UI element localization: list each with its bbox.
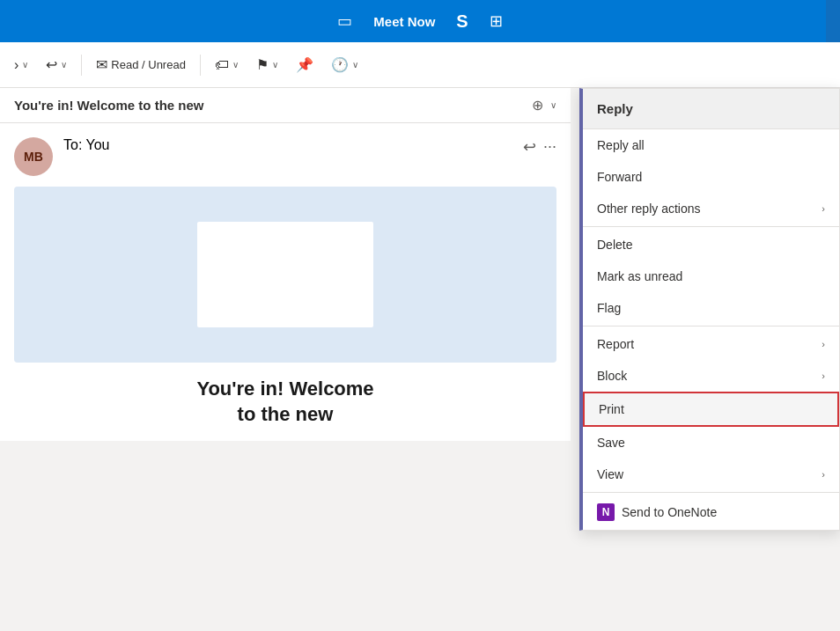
read-unread-button[interactable]: ✉ Read / Unread bbox=[89, 53, 193, 77]
to-label: To: You bbox=[63, 137, 110, 152]
view-chevron-icon: › bbox=[822, 469, 825, 480]
meet-now-button[interactable]: Meet Now bbox=[373, 14, 435, 29]
report-label: Report bbox=[597, 337, 634, 351]
forward-label: Forward bbox=[597, 170, 642, 184]
divider-1 bbox=[583, 226, 839, 227]
reply-label: Reply bbox=[597, 101, 633, 116]
apps-icon[interactable]: ⊞ bbox=[490, 11, 503, 31]
toolbar: › ∨ ↩ ∨ ✉ Read / Unread 🏷 ∨ ⚑ ∨ 📌 🕐 ∨ bbox=[0, 42, 840, 88]
view-label: View bbox=[597, 467, 623, 481]
menu-item-view[interactable]: View › bbox=[583, 459, 839, 490]
other-reply-label: Other reply actions bbox=[597, 202, 701, 216]
separator-1 bbox=[81, 55, 82, 76]
tag-button[interactable]: 🏷 ∨ bbox=[208, 54, 246, 77]
flag-chevron-icon: ∨ bbox=[272, 60, 278, 70]
back-icon: › bbox=[14, 57, 18, 73]
menu-item-block[interactable]: Block › bbox=[583, 360, 839, 392]
email-image-placeholder bbox=[197, 222, 373, 327]
menu-item-reply-all[interactable]: Reply all bbox=[583, 129, 839, 161]
pin-icon: 📌 bbox=[296, 56, 313, 73]
onenote-item-content: N Send to OneNote bbox=[597, 503, 717, 521]
back-chevron-icon: ∨ bbox=[22, 60, 28, 70]
headline-line2: to the new bbox=[14, 402, 556, 428]
more-action-button[interactable]: ··· bbox=[543, 137, 556, 157]
dropdown-menu: Reply Reply all Forward Other reply acti… bbox=[579, 88, 840, 531]
email-meta: MB To: You ↩ ··· bbox=[14, 137, 556, 176]
save-label: Save bbox=[597, 436, 625, 450]
video-icon: ▭ bbox=[337, 11, 352, 31]
reply-action-button[interactable]: ↩ bbox=[523, 137, 536, 157]
zoom-button[interactable]: ⊕ bbox=[532, 97, 543, 114]
email-content-area bbox=[14, 187, 556, 363]
other-reply-chevron-icon: › bbox=[822, 203, 825, 214]
onenote-icon: N bbox=[597, 503, 615, 521]
main-layout: You're in! Welcome to the new ⊕ ∨ MB To:… bbox=[0, 88, 840, 631]
block-chevron-icon: › bbox=[822, 371, 825, 381]
tag-icon: 🏷 bbox=[215, 57, 229, 73]
meet-now-label: Meet Now bbox=[373, 14, 435, 29]
nav-back-button[interactable]: › ∨ bbox=[7, 54, 35, 77]
clock-chevron-icon: ∨ bbox=[352, 60, 358, 70]
flag-icon: ⚑ bbox=[256, 56, 269, 73]
menu-item-forward[interactable]: Forward bbox=[583, 161, 839, 193]
expand-chevron-icon[interactable]: ∨ bbox=[550, 100, 556, 110]
reply-all-label: Reply all bbox=[597, 138, 645, 152]
send-onenote-label: Send to OneNote bbox=[622, 505, 717, 519]
email-pane: You're in! Welcome to the new ⊕ ∨ MB To:… bbox=[0, 88, 571, 631]
print-label: Print bbox=[599, 402, 624, 416]
clock-button[interactable]: 🕐 ∨ bbox=[324, 53, 365, 77]
read-unread-label: Read / Unread bbox=[111, 58, 186, 71]
email-body: MB To: You ↩ ··· You're in! Welcome to t… bbox=[0, 123, 571, 441]
divider-2 bbox=[583, 326, 839, 327]
menu-item-print[interactable]: Print bbox=[583, 392, 839, 427]
headline-line1: You're in! Welcome bbox=[14, 377, 556, 402]
flag-label: Flag bbox=[597, 301, 621, 315]
right-panel: Reply Reply all Forward Other reply acti… bbox=[571, 88, 840, 631]
skype-icon[interactable]: S bbox=[456, 11, 468, 32]
reply-icon: ↩ bbox=[46, 56, 57, 73]
menu-item-mark-unread[interactable]: Mark as unread bbox=[583, 260, 839, 292]
mark-unread-label: Mark as unread bbox=[597, 269, 682, 283]
block-label: Block bbox=[597, 369, 627, 383]
avatar-initials: MB bbox=[24, 150, 43, 164]
email-subject: You're in! Welcome to the new bbox=[14, 98, 204, 113]
envelope-icon: ✉ bbox=[96, 56, 107, 73]
email-to: To: You bbox=[63, 137, 110, 153]
top-bar: ▭ Meet Now S ⊞ bbox=[0, 0, 840, 42]
menu-item-delete[interactable]: Delete bbox=[583, 229, 839, 260]
divider-3 bbox=[583, 492, 839, 493]
delete-label: Delete bbox=[597, 238, 632, 252]
email-pane-header: You're in! Welcome to the new ⊕ ∨ bbox=[0, 88, 571, 123]
email-actions: ↩ ··· bbox=[523, 137, 556, 157]
flag-button[interactable]: ⚑ ∨ bbox=[249, 53, 285, 77]
menu-item-save[interactable]: Save bbox=[583, 427, 839, 459]
separator-2 bbox=[200, 55, 201, 76]
report-chevron-icon: › bbox=[822, 339, 825, 349]
email-headline: You're in! Welcome to the new bbox=[14, 377, 556, 427]
reply-button[interactable]: ↩ ∨ bbox=[39, 53, 74, 77]
menu-item-reply[interactable]: Reply bbox=[583, 89, 839, 129]
menu-item-flag[interactable]: Flag bbox=[583, 292, 839, 324]
tag-chevron-icon: ∨ bbox=[232, 60, 239, 70]
sender-avatar: MB bbox=[14, 137, 53, 176]
email-header-controls: ⊕ ∨ bbox=[532, 97, 556, 114]
clock-icon: 🕐 bbox=[331, 56, 349, 73]
menu-item-report[interactable]: Report › bbox=[583, 328, 839, 360]
pin-button[interactable]: 📌 bbox=[289, 53, 321, 77]
menu-item-other-reply[interactable]: Other reply actions › bbox=[583, 193, 839, 224]
reply-chevron-icon: ∨ bbox=[61, 60, 67, 70]
menu-item-send-onenote[interactable]: N Send to OneNote bbox=[583, 495, 839, 530]
